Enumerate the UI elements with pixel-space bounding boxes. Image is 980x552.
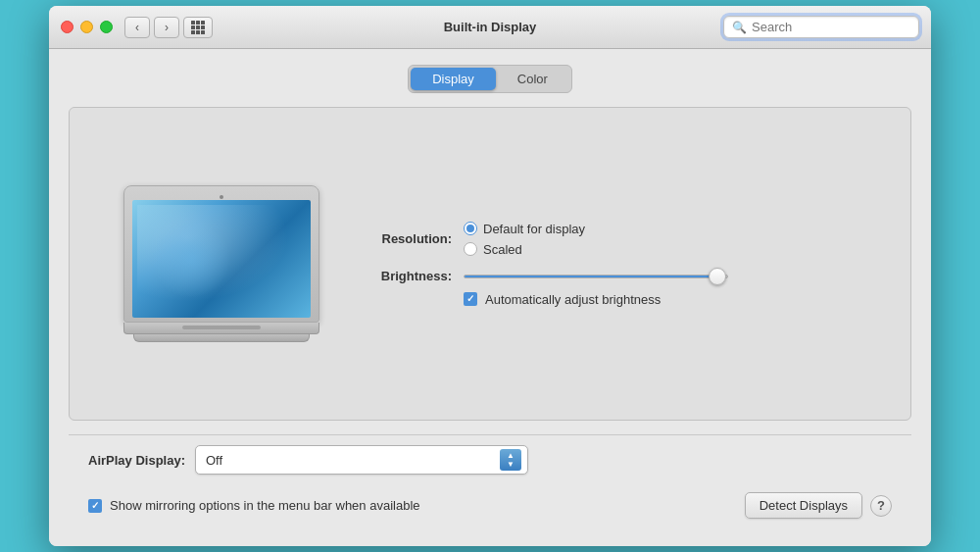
bottom-buttons: Detect Displays ?	[745, 492, 892, 519]
tab-color[interactable]: Color	[496, 68, 569, 90]
radio-default-fill	[466, 225, 474, 232]
mirroring-checkmark-icon: ✓	[91, 501, 99, 511]
mirroring-checkbox[interactable]: ✓	[88, 499, 102, 513]
forward-button[interactable]: ›	[154, 17, 179, 38]
maximize-button[interactable]	[100, 21, 113, 33]
laptop-screen	[132, 200, 311, 318]
laptop	[123, 185, 319, 342]
content-area: Display Color	[49, 49, 931, 546]
arrow-up-icon: ▲	[507, 452, 514, 460]
grid-button[interactable]	[183, 17, 213, 38]
bottom-row: ✓ Show mirroring options in the menu bar…	[69, 484, 911, 530]
brightness-slider-thumb[interactable]	[709, 268, 726, 285]
close-button[interactable]	[61, 21, 74, 33]
airplay-dropdown[interactable]: Off ▲ ▼	[195, 445, 528, 475]
laptop-bottom	[133, 334, 310, 342]
camera-dot	[220, 195, 223, 199]
resolution-default-option[interactable]: Default for display	[464, 222, 585, 236]
nav-buttons: ‹ ›	[124, 17, 179, 38]
laptop-screen-outer	[123, 185, 319, 323]
resolution-row: Resolution: Default for display Scaled	[354, 222, 871, 257]
grid-icon	[191, 21, 205, 34]
chevron-left-icon: ‹	[135, 21, 139, 34]
traffic-lights	[61, 21, 113, 33]
brightness-slider-track	[464, 275, 728, 278]
help-button[interactable]: ?	[870, 495, 892, 517]
minimize-button[interactable]	[80, 21, 93, 33]
tab-group: Display Color	[408, 65, 572, 93]
main-panel: Resolution: Default for display Scaled	[69, 107, 911, 421]
auto-brightness-label: Automatically adjust brightness	[485, 292, 661, 307]
titlebar: ‹ › Built-in Display 🔍	[49, 6, 931, 49]
window-title: Built-in Display	[444, 20, 537, 34]
search-box[interactable]: 🔍	[723, 16, 919, 38]
radio-scaled[interactable]	[464, 242, 477, 256]
checkmark-icon: ✓	[466, 294, 474, 304]
resolution-scaled-label: Scaled	[483, 242, 522, 257]
chevron-right-icon: ›	[165, 21, 169, 34]
brightness-slider-container	[464, 269, 728, 284]
laptop-illustration	[109, 185, 334, 342]
main-window: ‹ › Built-in Display 🔍 Display Color	[49, 6, 931, 546]
dropdown-arrow-icon: ▲ ▼	[500, 449, 521, 471]
resolution-radio-group: Default for display Scaled	[464, 222, 585, 257]
resolution-scaled-option[interactable]: Scaled	[464, 242, 585, 257]
detect-displays-button[interactable]: Detect Displays	[745, 492, 862, 519]
radio-default[interactable]	[464, 222, 477, 235]
airplay-value: Off	[206, 453, 500, 468]
mirroring-row: ✓ Show mirroring options in the menu bar…	[88, 498, 420, 513]
tabs-container: Display Color	[69, 65, 911, 93]
screen-swirl	[152, 220, 230, 298]
settings-panel: Resolution: Default for display Scaled	[334, 222, 871, 307]
resolution-default-label: Default for display	[483, 222, 585, 236]
auto-brightness-checkbox[interactable]: ✓	[464, 292, 477, 306]
arrow-down-icon: ▼	[507, 461, 514, 469]
airplay-label: AirPlay Display:	[88, 453, 185, 468]
mirroring-label: Show mirroring options in the menu bar w…	[110, 498, 420, 513]
resolution-label: Resolution:	[354, 231, 452, 246]
airplay-bar: AirPlay Display: Off ▲ ▼	[69, 434, 911, 484]
back-button[interactable]: ‹	[124, 17, 150, 38]
auto-brightness-row: ✓ Automatically adjust brightness	[464, 292, 871, 307]
search-input[interactable]	[752, 20, 910, 34]
brightness-label: Brightness:	[354, 269, 452, 283]
tab-display[interactable]: Display	[411, 68, 496, 90]
search-icon: 🔍	[732, 21, 747, 34]
laptop-base	[123, 323, 319, 334]
brightness-row: Brightness:	[354, 269, 871, 284]
